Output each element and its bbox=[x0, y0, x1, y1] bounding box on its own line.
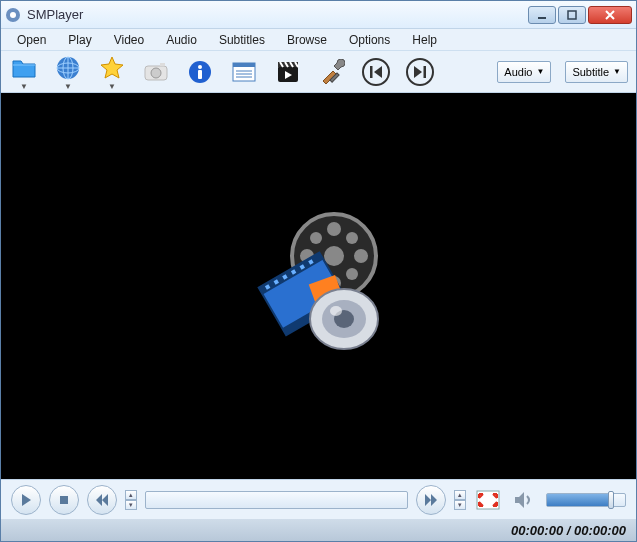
svg-rect-12 bbox=[198, 70, 202, 79]
svg-rect-24 bbox=[424, 66, 427, 78]
svg-rect-22 bbox=[370, 66, 373, 78]
youtube-browser-button[interactable] bbox=[273, 57, 303, 87]
svg-point-26 bbox=[324, 246, 344, 266]
menu-subtitles[interactable]: Subtitles bbox=[209, 30, 275, 50]
rewind-step-down[interactable]: ▾ bbox=[125, 500, 137, 510]
rewind-step-up[interactable]: ▴ bbox=[125, 490, 137, 500]
preferences-button[interactable] bbox=[317, 57, 347, 87]
screenshot-button[interactable] bbox=[141, 57, 171, 87]
mute-button[interactable] bbox=[510, 486, 538, 514]
clapper-icon bbox=[275, 59, 301, 85]
rewind-icon bbox=[95, 493, 109, 507]
previous-chapter-button[interactable] bbox=[361, 57, 391, 87]
svg-point-34 bbox=[346, 268, 358, 280]
forward-step-up[interactable]: ▴ bbox=[454, 490, 466, 500]
menu-video[interactable]: Video bbox=[104, 30, 154, 50]
menu-options[interactable]: Options bbox=[339, 30, 400, 50]
menu-bar: Open Play Video Audio Subtitles Browse O… bbox=[1, 29, 636, 51]
chevron-down-icon: ▼ bbox=[20, 83, 28, 91]
forward-step-down[interactable]: ▾ bbox=[454, 500, 466, 510]
app-window: SMPlayer Open Play Video Audio Subtitles… bbox=[0, 0, 637, 542]
menu-audio[interactable]: Audio bbox=[156, 30, 207, 50]
forward-step-stepper: ▴ ▾ bbox=[454, 490, 466, 510]
time-display: 00:00:00 / 00:00:00 bbox=[511, 523, 626, 538]
subtitle-selector-label: Subtitle bbox=[572, 66, 609, 78]
close-button[interactable] bbox=[588, 6, 632, 24]
skip-previous-icon bbox=[362, 58, 390, 86]
app-logo-icon bbox=[234, 201, 404, 371]
menu-browse[interactable]: Browse bbox=[277, 30, 337, 50]
seek-bar[interactable] bbox=[145, 491, 408, 509]
window-controls bbox=[528, 6, 632, 24]
open-url-button[interactable]: ▼ bbox=[53, 53, 83, 91]
list-icon bbox=[231, 61, 257, 83]
svg-point-8 bbox=[151, 68, 161, 78]
camera-icon bbox=[143, 61, 169, 83]
next-chapter-button[interactable] bbox=[405, 57, 435, 87]
maximize-button[interactable] bbox=[558, 6, 586, 24]
skip-next-icon bbox=[406, 58, 434, 86]
playback-controls: ▴ ▾ ▴ ▾ bbox=[1, 479, 636, 519]
play-icon bbox=[19, 493, 33, 507]
folder-icon bbox=[9, 53, 39, 83]
app-icon bbox=[5, 7, 21, 23]
stop-button[interactable] bbox=[49, 485, 79, 515]
forward-icon bbox=[424, 493, 438, 507]
globe-icon bbox=[53, 53, 83, 83]
tools-icon bbox=[319, 59, 345, 85]
audio-track-selector[interactable]: Audio ▼ bbox=[497, 61, 551, 83]
fullscreen-icon bbox=[476, 490, 500, 510]
stop-icon bbox=[57, 493, 71, 507]
svg-point-11 bbox=[198, 65, 202, 69]
svg-rect-49 bbox=[60, 496, 68, 504]
volume-slider[interactable] bbox=[546, 493, 626, 507]
subtitle-track-selector[interactable]: Subtitle ▼ bbox=[565, 61, 628, 83]
rewind-button[interactable] bbox=[87, 485, 117, 515]
volume-thumb[interactable] bbox=[608, 491, 614, 509]
svg-rect-3 bbox=[568, 11, 576, 19]
chevron-down-icon: ▼ bbox=[108, 83, 116, 91]
menu-play[interactable]: Play bbox=[58, 30, 101, 50]
volume-fill bbox=[547, 494, 609, 506]
svg-point-48 bbox=[330, 306, 342, 316]
star-icon bbox=[97, 53, 127, 83]
menu-help[interactable]: Help bbox=[402, 30, 447, 50]
svg-point-1 bbox=[10, 12, 16, 18]
status-bar: 00:00:00 / 00:00:00 bbox=[1, 519, 636, 541]
info-icon bbox=[187, 59, 213, 85]
svg-rect-2 bbox=[538, 17, 546, 19]
window-title: SMPlayer bbox=[27, 7, 528, 22]
playlist-button[interactable] bbox=[229, 57, 259, 87]
favorites-button[interactable]: ▼ bbox=[97, 53, 127, 91]
media-info-button[interactable] bbox=[185, 57, 215, 87]
chevron-down-icon: ▼ bbox=[613, 67, 621, 76]
play-button[interactable] bbox=[11, 485, 41, 515]
svg-point-27 bbox=[327, 222, 341, 236]
fullscreen-button[interactable] bbox=[474, 486, 502, 514]
chevron-down-icon: ▼ bbox=[64, 83, 72, 91]
audio-selector-label: Audio bbox=[504, 66, 532, 78]
svg-point-30 bbox=[354, 249, 368, 263]
open-file-button[interactable]: ▼ bbox=[9, 53, 39, 91]
video-area[interactable] bbox=[1, 93, 636, 479]
svg-rect-14 bbox=[233, 63, 255, 67]
title-bar: SMPlayer bbox=[1, 1, 636, 29]
speaker-icon bbox=[513, 490, 535, 510]
menu-open[interactable]: Open bbox=[7, 30, 56, 50]
chevron-down-icon: ▼ bbox=[536, 67, 544, 76]
rewind-step-stepper: ▴ ▾ bbox=[125, 490, 137, 510]
svg-point-31 bbox=[310, 232, 322, 244]
svg-rect-9 bbox=[160, 63, 165, 66]
forward-button[interactable] bbox=[416, 485, 446, 515]
svg-point-32 bbox=[346, 232, 358, 244]
toolbar: ▼ ▼ ▼ bbox=[1, 51, 636, 93]
minimize-button[interactable] bbox=[528, 6, 556, 24]
